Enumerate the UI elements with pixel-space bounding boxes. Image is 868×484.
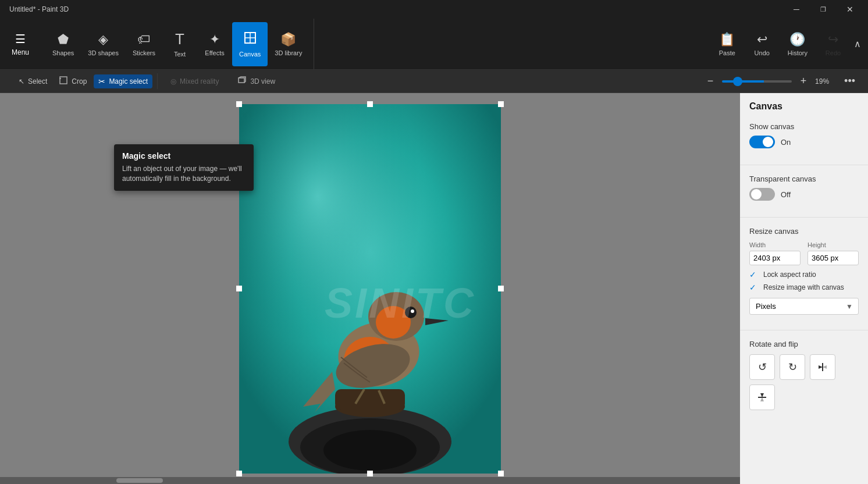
show-canvas-toggle-row: On <box>749 136 859 148</box>
3dlibrary-label: 3D library <box>275 49 302 56</box>
collapse-toolbar-button[interactable]: ∧ <box>852 36 863 52</box>
history-label: History <box>788 49 807 56</box>
zoom-in-button[interactable]: + <box>796 74 810 88</box>
tooltip-box: Magic select Lift an object out of your … <box>114 144 254 191</box>
flip-horizontal-button[interactable] <box>810 354 835 380</box>
transparent-canvas-toggle[interactable] <box>749 188 775 201</box>
mixed-reality-label: Mixed reality <box>180 77 219 86</box>
stickers-icon: 🏷 <box>137 32 150 47</box>
magic-select-button[interactable]: ✂ Magic select <box>94 74 152 88</box>
effects-label: Effects <box>205 49 224 56</box>
text-icon: T <box>175 30 184 48</box>
resize-image-row: ✓ Resize image with canvas <box>749 283 859 292</box>
svg-rect-3 <box>60 77 67 84</box>
scrollbar-thumb[interactable] <box>116 478 163 483</box>
main-area: Magic select Lift an object out of your … <box>0 93 868 484</box>
more-options-button[interactable]: ••• <box>841 73 859 90</box>
handle-top-center[interactable] <box>367 101 373 107</box>
text-tool[interactable]: T Text <box>162 22 197 66</box>
width-height-row: Width Height <box>749 241 859 265</box>
divider-1 <box>740 165 868 165</box>
3dlibrary-tool[interactable]: 📦 3D library <box>268 22 309 66</box>
minimize-button[interactable]: ─ <box>783 0 810 19</box>
menu-button[interactable]: ☰ Menu <box>0 19 41 69</box>
pixels-dropdown[interactable]: Pixels Inches Centimeters <box>749 298 859 315</box>
right-panel: Canvas Show canvas On Transparent canvas… <box>740 93 868 484</box>
toolbar-actions: 📋 Paste ↩ Undo 🕐 History ↪ Redo ∧ <box>706 19 868 69</box>
3dshapes-tool[interactable]: ◈ 3D shapes <box>81 22 126 66</box>
canvas-toolbar: ↖ Select Crop ✂ Magic select ◎ Mixed rea… <box>0 70 868 93</box>
undo-button[interactable]: ↩ Undo <box>746 22 778 66</box>
mixed-reality-button[interactable]: ◎ Mixed reality <box>165 75 225 88</box>
stickers-tool[interactable]: 🏷 Stickers <box>126 22 162 66</box>
show-canvas-toggle[interactable] <box>749 136 775 148</box>
select-label: Select <box>28 77 47 86</box>
selection-tools: ↖ Select Crop ✂ Magic select <box>9 73 158 89</box>
undo-icon: ↩ <box>757 32 767 47</box>
handle-bottom-right[interactable] <box>498 471 504 476</box>
svg-rect-12 <box>335 389 405 410</box>
horizontal-scrollbar[interactable] <box>0 477 740 484</box>
shapes-tool[interactable]: ⬟ Shapes <box>45 22 81 66</box>
magic-select-icon: ✂ <box>98 77 105 86</box>
tools-group: ⬟ Shapes ◈ 3D shapes 🏷 Stickers T Text ✦… <box>41 19 314 69</box>
transparent-canvas-toggle-thumb <box>751 189 762 200</box>
shapes-icon: ⬟ <box>58 32 69 47</box>
divider-3 <box>740 330 868 330</box>
crop-label: Crop <box>72 77 87 86</box>
3d-view-button[interactable]: 3D view <box>232 73 281 89</box>
bird-scene: SINITC <box>239 104 501 474</box>
handle-bottom-left[interactable] <box>236 471 242 476</box>
flip-vertical-button[interactable] <box>749 385 775 410</box>
canvas-tool[interactable]: Canvas <box>232 22 268 66</box>
zoom-out-button[interactable]: − <box>703 74 717 88</box>
select-button[interactable]: ↖ Select <box>14 75 52 88</box>
zoom-percent: 19% <box>815 77 836 86</box>
handle-middle-right[interactable] <box>498 286 504 291</box>
app-title: Untitled* - Paint 3D <box>5 5 69 13</box>
handle-bottom-center[interactable] <box>367 471 373 476</box>
handle-middle-left[interactable] <box>236 286 242 291</box>
magic-select-label: Magic select <box>109 77 148 86</box>
3d-view-label: 3D view <box>250 77 275 86</box>
3dshapes-icon: ◈ <box>98 32 108 47</box>
main-toolbar: ☰ Menu ⬟ Shapes ◈ 3D shapes 🏷 Stickers T… <box>0 19 868 70</box>
history-button[interactable]: 🕐 History <box>781 22 814 66</box>
redo-icon: ↪ <box>828 32 838 47</box>
redo-button[interactable]: ↪ Redo <box>817 22 849 66</box>
show-canvas-section: Show canvas On <box>740 118 868 160</box>
crop-icon <box>59 76 68 87</box>
history-icon: 🕐 <box>789 32 805 47</box>
window-controls: ─ ❐ ✕ <box>783 0 863 19</box>
lock-aspect-checkmark: ✓ <box>749 270 759 279</box>
menu-icon: ☰ <box>15 32 26 46</box>
restore-button[interactable]: ❐ <box>810 0 837 19</box>
canvas-area[interactable]: Magic select Lift an object out of your … <box>0 93 740 484</box>
handle-top-left[interactable] <box>236 101 242 107</box>
stickers-label: Stickers <box>133 49 155 56</box>
rotate-left-button[interactable]: ↺ <box>749 354 775 380</box>
crop-button[interactable]: Crop <box>54 73 91 89</box>
rotate-right-button[interactable]: ↻ <box>780 354 805 380</box>
zoom-control: − + 19% ••• <box>703 73 859 90</box>
effects-tool[interactable]: ✦ Effects <box>197 22 232 66</box>
handle-top-right[interactable] <box>498 101 504 107</box>
transparent-canvas-toggle-row: Off <box>749 188 859 201</box>
image-container[interactable]: SINITC <box>239 104 501 474</box>
resize-section: Resize canvas Width Height ✓ Lock aspect… <box>740 222 868 325</box>
redo-label: Redo <box>826 49 841 56</box>
paste-button[interactable]: 📋 Paste <box>711 22 744 66</box>
3dshapes-label: 3D shapes <box>88 49 119 56</box>
width-input[interactable] <box>749 251 801 265</box>
rotate-buttons-row: ↺ ↻ <box>749 354 859 410</box>
lock-aspect-row: ✓ Lock aspect ratio <box>749 270 859 279</box>
text-label: Text <box>174 51 186 58</box>
menu-label: Menu <box>12 48 29 56</box>
rotate-title: Rotate and flip <box>749 340 859 348</box>
height-input[interactable] <box>807 251 859 265</box>
close-button[interactable]: ✕ <box>837 0 863 19</box>
zoom-slider[interactable] <box>722 80 792 83</box>
select-icon: ↖ <box>19 77 24 86</box>
pixels-dropdown-wrapper: Pixels Inches Centimeters ▼ <box>749 298 859 315</box>
tooltip-description: Lift an object out of your image — we'll… <box>122 164 246 184</box>
